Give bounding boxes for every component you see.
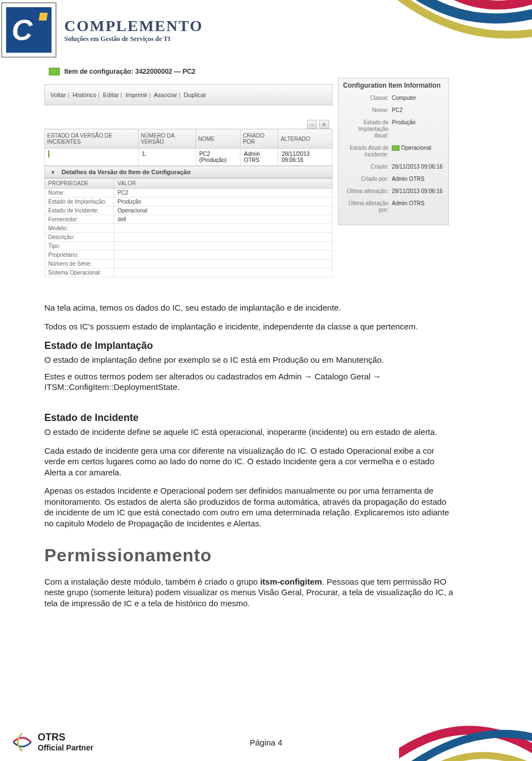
para-7: Apenas os estados Incidente e Operaciona… (44, 485, 454, 529)
action-historico[interactable]: Histórico (73, 92, 96, 98)
action-associar[interactable]: Associar (154, 92, 177, 98)
action-duplicar[interactable]: Duplicar (184, 92, 206, 98)
para-6: Cada estado de incidente gera uma cor di… (44, 445, 454, 478)
table-row[interactable]: 1. PC2 (Produção) Admin OTRS 28/11/2013 … (45, 149, 332, 166)
ci-title-bar: Item de configuração: 3422000002 — PC2 (44, 64, 332, 79)
status-square-icon (49, 68, 60, 75)
otrs-star-icon (11, 731, 33, 753)
info-row: Criado:28/11/2013 09:06:16 (343, 164, 444, 170)
heading-permissionamento: Permissionamento (44, 544, 454, 567)
info-row: Estado Atual de Incidente:Operacional (343, 145, 444, 158)
ci-title: Item de configuração: 3422000002 — PC2 (64, 68, 196, 75)
otrs-partner-logo: OTRS Official Partner (11, 731, 93, 753)
detail-row: Descrição: (45, 233, 332, 242)
page-number: Página 4 (249, 738, 282, 747)
info-sidebar: Configuration Item Information Classe:Co… (338, 78, 449, 225)
document-body: Na tela acima, temos os dados do IC, seu… (44, 302, 454, 616)
details-table: PROPRIEDADE VALOR Nome:PC2Estado de Impl… (44, 178, 332, 277)
detail-row: Sistema Operacional: (45, 268, 332, 277)
col-alterado: ALTERADO (278, 129, 332, 149)
action-bar: Voltar| Histórico| Editar| Imprimir| Ass… (45, 85, 332, 105)
info-row: Última alteração:28/11/2013 09:06:16 (343, 188, 444, 195)
info-row: Criado por:Admin OTRS (343, 176, 444, 182)
para-1: Na tela acima, temos os dados do IC, seu… (44, 302, 454, 313)
detail-row: Estado de Implantação:Produção (45, 197, 332, 206)
detail-row: Modelo: (45, 224, 332, 233)
col-nome: NOME (196, 129, 241, 149)
detail-row: Proprietário: (45, 251, 332, 260)
info-row: Nome:PC2 (343, 107, 444, 114)
para-5: O estado de incidente define se aquele I… (44, 427, 454, 438)
row-status-icon (48, 150, 49, 158)
para-4: Estes e outros termos podem ser alterado… (44, 371, 454, 393)
col-criado: CRIADO POR (241, 129, 278, 149)
detail-row: Tipo: (45, 242, 332, 251)
menu-icon[interactable]: ≡ (319, 120, 329, 129)
versions-table: ESTADO DA VERSÃO DE INCIDENTES NÚMERO DA… (44, 129, 332, 166)
info-row: Estado de Implantação Atual:Produção (343, 119, 444, 139)
detail-row: Fornecedor:dell (45, 215, 332, 224)
action-voltar[interactable]: Voltar (50, 92, 66, 98)
chevron-down-icon: ▼ (50, 170, 55, 175)
brand-tagline: Soluções em Gestão de Serviços de TI (64, 35, 203, 43)
info-row: Classe:Computer (343, 95, 444, 102)
sidebar-title: Configuration Item Information (343, 82, 444, 89)
heading-implantacao: Estado de Implantação (44, 339, 454, 352)
collapse-icon[interactable]: – (307, 120, 317, 129)
page-footer: OTRS Official Partner Página 4 (0, 731, 532, 753)
action-imprimir[interactable]: Imprimir (125, 92, 147, 98)
action-editar[interactable]: Editar (103, 92, 119, 98)
detail-row: Número de Série: (45, 260, 332, 268)
logo-square: C (1, 2, 57, 58)
para-8: Com a instalação deste módulo, também é … (44, 576, 454, 609)
para-3: O estado de implantação define por exemp… (44, 354, 454, 366)
para-2: Todos os IC's possuem estado de implanta… (44, 321, 454, 332)
details-header[interactable]: ▼ Detalhes da Versão do Item de Configur… (44, 166, 332, 178)
col-estado: ESTADO DA VERSÃO DE INCIDENTES (45, 129, 139, 149)
detail-row: Nome:PC2 (45, 189, 332, 197)
logo-block: C COMPLEMENTO Soluções em Gestão de Serv… (1, 2, 203, 58)
heading-incidente: Estado de Incidente (44, 412, 454, 424)
col-numero: NÚMERO DA VERSÃO (139, 129, 196, 149)
detail-row: Estado de Incidente:Operacional (45, 206, 332, 215)
info-row: Última alteração por:Admin OTRS (343, 200, 444, 214)
brand-name: COMPLEMENTO (64, 17, 203, 35)
